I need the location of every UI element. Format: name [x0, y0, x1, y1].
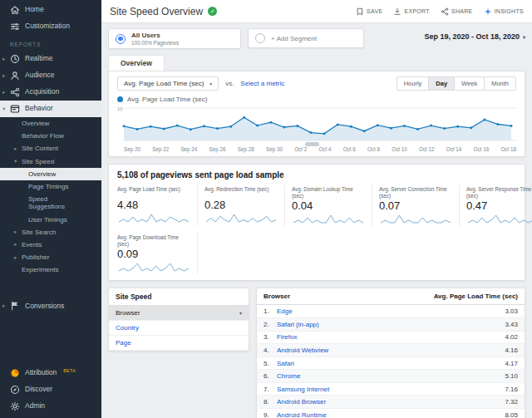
tab-overview[interactable]: Overview	[108, 55, 165, 71]
metric-controls: Avg. Page Load Time (sec) ▾ vs. Select a…	[117, 76, 516, 91]
x-tick-label: Oct 10	[392, 146, 407, 152]
timeseries-chart[interactable]: 10	[117, 105, 516, 145]
main-area: Site Speed Overview ✓ SAVEEXPORTSHAREINS…	[101, 0, 532, 418]
chevron-right-icon: ▸	[14, 254, 17, 260]
export-button[interactable]: EXPORT	[393, 7, 429, 16]
add-segment-button[interactable]: + Add Segment	[248, 28, 364, 48]
segment-all-users[interactable]: All Users 100.00% Pageviews	[108, 28, 241, 49]
dimension-item-country[interactable]: Country	[109, 321, 249, 336]
save-button[interactable]: SAVE	[356, 7, 382, 16]
sidebar-item-publisher[interactable]: ▸Publisher	[0, 251, 101, 263]
granularity-month[interactable]: Month	[484, 77, 515, 90]
sidebar-item-site-content[interactable]: ▸Site Content	[0, 142, 101, 155]
chart-scroll-handle[interactable]	[305, 142, 319, 146]
dimension-item-browser[interactable]: Browser▾	[109, 306, 249, 321]
export-icon	[393, 7, 401, 16]
table-row: 3.Firefox4.02	[257, 332, 525, 345]
sidebar-item-label: Site Content	[22, 145, 58, 152]
share-button[interactable]: SHARE	[441, 7, 473, 16]
browser-link[interactable]: Safari	[277, 360, 294, 367]
sidebar-item-label: Behavior	[25, 105, 53, 113]
sidebar-item-user-timings[interactable]: User Timings	[0, 214, 101, 226]
sidebar-item-experiments[interactable]: Experiments	[0, 263, 101, 276]
browser-link[interactable]: Chrome	[277, 372, 300, 380]
sidebar-item-realtime[interactable]: ▸Realtime	[0, 51, 101, 67]
insights-icon	[484, 7, 492, 16]
sidebar-item-site-speed[interactable]: ▾Site Speed	[0, 155, 101, 168]
sidebar-item-discover[interactable]: Discover	[0, 381, 101, 398]
verified-check-icon: ✓	[208, 7, 217, 16]
sidebar-item-audience[interactable]: ▸Audience	[0, 67, 101, 84]
explorer-panel: Avg. Page Load Time (sec) ▾ vs. Select a…	[108, 71, 525, 157]
sidebar-item-overview[interactable]: Overview	[0, 168, 101, 180]
granularity-week[interactable]: Week	[454, 77, 484, 90]
sidebar-item-speed-suggestions[interactable]: Speed Suggestions	[0, 193, 101, 213]
sidebar-item-customization[interactable]: Customization	[0, 18, 101, 35]
sidebar-item-page-timings[interactable]: Page Timings	[0, 180, 101, 193]
sidebar-item-acquisition[interactable]: ▸Acquisition	[0, 84, 101, 101]
metric-dropdown-label: Avg. Page Load Time (sec)	[124, 80, 204, 87]
granularity-hourly[interactable]: Hourly	[397, 77, 429, 90]
sidebar-item-label: Page Timings	[28, 183, 68, 190]
add-segment-label: + Add Segment	[271, 35, 317, 42]
sidebar-item-behavior-flow[interactable]: Behavior Flow	[0, 130, 101, 142]
segment-subtitle: 100.00% Pageviews	[131, 40, 179, 47]
x-tick-label: Oct 4	[318, 146, 331, 152]
sidebar-item-events[interactable]: ▸Events	[0, 239, 101, 251]
report-body: All Users 100.00% Pageviews + Add Segmen…	[101, 23, 532, 418]
sparkline-chart	[204, 213, 278, 224]
sidebar-item-label: Site Search	[22, 229, 56, 236]
dimension-item-page[interactable]: Page	[109, 336, 249, 351]
scorecard-value: 0.28	[204, 199, 278, 211]
chevron-down-icon: ▾	[2, 106, 5, 111]
admin-icon	[10, 401, 20, 411]
row-value: 4.16	[505, 347, 518, 354]
sidebar-item-overview[interactable]: Overview	[0, 117, 101, 130]
sparkline-chart	[117, 262, 190, 273]
sidebar-item-label: Customization	[25, 22, 70, 31]
browser-link[interactable]: Samsung Internet	[277, 386, 329, 393]
sidebar-section-label: REPORTS	[0, 35, 101, 51]
row-rank: 1.	[264, 307, 277, 315]
sidebar-item-admin[interactable]: Admin	[0, 398, 101, 415]
sidebar-item-behavior[interactable]: ▾Behavior	[0, 101, 101, 117]
x-tick-label: Oct 2	[294, 146, 307, 152]
scorecard-label: Avg. Redirection Time (sec)	[204, 186, 278, 198]
metric-dropdown[interactable]: Avg. Page Load Time (sec) ▾	[117, 76, 219, 91]
scorecard-label: Avg. Page Load Time (sec)	[117, 186, 190, 198]
customization-icon	[10, 22, 20, 32]
browser-link[interactable]: Safari (in-app)	[277, 321, 319, 328]
sidebar-item-conversions[interactable]: ▸Conversions	[0, 298, 101, 314]
date-range-selector[interactable]: Sep 19, 2020 - Oct 18, 2020 ▾	[424, 28, 525, 41]
legend-label: Avg. Page Load Time (sec)	[127, 96, 207, 103]
browser-link[interactable]: Edge	[277, 307, 293, 315]
x-tick-label: Oct 18	[500, 146, 516, 152]
browser-link[interactable]: Android Webview	[277, 347, 328, 354]
table-header-metric[interactable]: Avg. Page Load Time (sec)	[434, 293, 518, 300]
table-row: 6.Chrome5.10	[257, 370, 525, 383]
segment-radio-icon	[116, 34, 126, 44]
browser-link[interactable]: Android Runtime	[277, 411, 327, 418]
behavior-icon	[10, 104, 20, 114]
row-rank: 3.	[264, 333, 277, 341]
sidebar-item-label: Audience	[25, 71, 54, 80]
browser-link[interactable]: Firefox	[277, 333, 297, 341]
insights-button[interactable]: INSIGHTS	[484, 7, 524, 16]
home-icon	[10, 5, 20, 15]
sparkline-chart	[379, 214, 452, 224]
sidebar-item-attribution[interactable]: AttributionBETA	[0, 365, 101, 381]
vs-label: vs.	[225, 80, 234, 87]
select-metric-link[interactable]: Select a metric	[240, 80, 284, 87]
granularity-switch: HourlyDayWeekMonth	[397, 76, 516, 91]
row-rank: 8.	[264, 398, 277, 406]
granularity-day[interactable]: Day	[428, 77, 454, 90]
table-header-browser[interactable]: Browser	[264, 293, 290, 300]
row-value: 5.10	[505, 372, 518, 380]
segment-title: All Users	[131, 32, 179, 40]
sidebar-item-site-search[interactable]: ▸Site Search	[0, 226, 101, 239]
sidebar-item-label: Attribution	[25, 369, 57, 377]
sidebar-item-home[interactable]: Home	[0, 2, 101, 18]
bottom-section: Site Speed Browser▾CountryPage Browser A…	[108, 288, 525, 418]
browser-link[interactable]: Android Browser	[277, 398, 326, 406]
action-label: SHARE	[451, 8, 473, 14]
